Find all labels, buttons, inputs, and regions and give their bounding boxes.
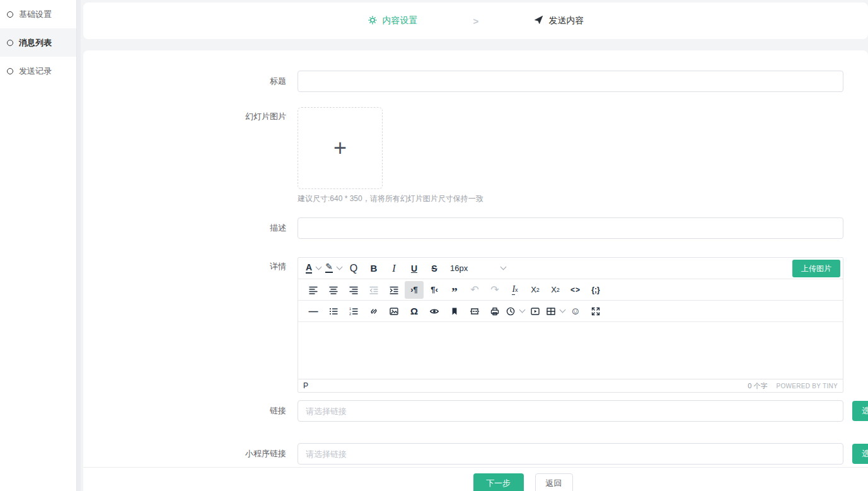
superscript-button[interactable]: X2: [546, 281, 565, 299]
superscript-icon: X2: [551, 285, 560, 294]
sidebar-item-0[interactable]: 基础设置: [0, 0, 76, 28]
description-input[interactable]: [298, 217, 843, 239]
gear-icon: [367, 15, 378, 27]
circle-icon: [7, 40, 13, 46]
media-button[interactable]: [526, 303, 545, 320]
step-separator: >: [473, 16, 479, 26]
step-content-settings[interactable]: 内容设置: [367, 15, 418, 27]
backcolor-button[interactable]: ✎: [324, 260, 343, 277]
redo-button[interactable]: ↷: [485, 281, 504, 299]
page-break-button[interactable]: [465, 303, 484, 320]
sidebar-item-label: 发送记录: [19, 66, 52, 77]
ltr-button[interactable]: ›¶: [405, 281, 424, 299]
numbered-list-icon: 12: [349, 306, 359, 316]
subscript-button[interactable]: X2: [526, 281, 545, 299]
form-card: 标题 幻灯片图片 + 建议尺寸:640 * 350，请将所有幻灯片图片尺寸保持一…: [83, 50, 868, 491]
chevron-down-icon: [560, 307, 566, 313]
tiny-brand[interactable]: POWERED BY TINY: [777, 383, 838, 390]
sidebar-scrollbar[interactable]: [76, 0, 81, 491]
slide-upload-box[interactable]: +: [298, 107, 383, 189]
strikethrough-button[interactable]: S: [425, 260, 444, 277]
slides-hint: 建议尺寸:640 * 350，请将所有幻灯片图片尺寸保持一致: [298, 194, 843, 204]
select-link-button[interactable]: 选择链接: [852, 401, 868, 421]
element-path[interactable]: P: [303, 381, 308, 390]
word-count: 0 个字: [748, 381, 767, 391]
sidebar: 基础设置消息列表发送记录: [0, 0, 76, 491]
forecolor-button[interactable]: A: [304, 260, 323, 277]
align-left-button[interactable]: [304, 281, 323, 299]
italic-button[interactable]: I: [385, 260, 403, 277]
fullscreen-button[interactable]: [586, 303, 605, 320]
indent-button[interactable]: [385, 281, 403, 299]
horizontal-rule-button[interactable]: —: [304, 303, 323, 320]
print-button[interactable]: [485, 303, 504, 320]
step-send-content[interactable]: 发送内容: [534, 15, 584, 26]
align-center-button[interactable]: [324, 281, 343, 299]
sidebar-item-label: 消息列表: [19, 37, 52, 49]
miniprogram-input[interactable]: [298, 443, 843, 465]
table-button[interactable]: [546, 303, 565, 320]
select-miniprogram-link-button[interactable]: 选择小程序链接: [852, 444, 868, 464]
editor-content-area[interactable]: [298, 322, 843, 379]
sidebar-item-1[interactable]: 消息列表: [0, 28, 76, 57]
outdent-button[interactable]: [364, 281, 383, 299]
code-sample-button[interactable]: {;}: [586, 281, 605, 299]
link-input[interactable]: [298, 400, 843, 422]
undo-icon: ↶: [470, 284, 478, 296]
align-right-button[interactable]: [344, 281, 363, 299]
chevron-down-icon: [519, 307, 526, 313]
table-icon: [546, 306, 556, 316]
code-button[interactable]: <>: [566, 281, 585, 299]
datetime-button[interactable]: [506, 303, 524, 320]
undo-button[interactable]: ↶: [465, 281, 484, 299]
upload-image-button[interactable]: 上传图片: [792, 260, 840, 277]
back-button[interactable]: 返回: [535, 473, 573, 491]
image-icon: [389, 306, 399, 316]
image-button[interactable]: [385, 303, 403, 320]
underline-button[interactable]: U: [405, 260, 424, 277]
circle-icon: [7, 11, 13, 18]
link-row: 链接 选择链接: [159, 400, 868, 422]
emoticons-icon: ☺: [570, 306, 581, 317]
rtl-button[interactable]: ¶‹: [425, 281, 444, 299]
rich-text-editor: A✎QBIUS16px ›¶¶‹”↶↷IxX2X2<>{;} —12Ω☺ P 0…: [298, 257, 843, 393]
anchor-button[interactable]: [445, 303, 464, 320]
redo-icon: ↷: [490, 284, 499, 296]
bullet-list-button[interactable]: [324, 303, 343, 320]
slides-row: 幻灯片图片 + 建议尺寸:640 * 350，请将所有幻灯片图片尺寸保持一致: [159, 107, 868, 204]
indent-icon: [389, 285, 399, 295]
rtl-icon: ¶‹: [431, 285, 438, 294]
align-right-icon: [349, 285, 359, 295]
editor-toolbar-row-1: A✎QBIUS16px: [298, 258, 843, 279]
remove-format-button[interactable]: Ix: [506, 281, 524, 299]
media-icon: [530, 306, 540, 316]
bold-button[interactable]: B: [364, 260, 383, 277]
fontsize-button[interactable]: 16px: [445, 260, 511, 277]
link-icon: [369, 306, 379, 316]
editor-statusbar: P 0 个字 POWERED BY TINY: [298, 379, 843, 392]
bullet-list-icon: [328, 306, 339, 316]
sidebar-item-2[interactable]: 发送记录: [0, 57, 76, 85]
miniprogram-row: 小程序链接 选择小程序链接: [159, 443, 868, 465]
strikethrough-icon: S: [431, 263, 437, 274]
special-char-button[interactable]: Ω: [405, 303, 424, 320]
link-label: 链接: [159, 405, 298, 417]
preview-button[interactable]: [425, 303, 444, 320]
blockquote-button[interactable]: ”: [445, 281, 464, 299]
title-label: 标题: [159, 76, 298, 87]
code-icon: <>: [570, 286, 581, 294]
link-button[interactable]: [364, 303, 383, 320]
special-char-icon: Ω: [410, 306, 418, 316]
font-size-value: 16px: [450, 263, 468, 273]
title-input[interactable]: [298, 71, 843, 92]
chevron-down-icon: [336, 264, 342, 270]
page: 基础设置消息列表发送记录 内容设置 > 发送内容 标题: [0, 0, 868, 491]
send-icon: [534, 15, 543, 26]
next-step-button[interactable]: 下一步: [473, 473, 524, 491]
step-label: 发送内容: [548, 15, 584, 26]
svg-text:1: 1: [349, 307, 351, 311]
emoticons-button[interactable]: ☺: [566, 303, 585, 320]
description-row: 描述: [159, 217, 868, 239]
search-button[interactable]: Q: [344, 260, 363, 277]
numbered-list-button[interactable]: 12: [344, 303, 363, 320]
